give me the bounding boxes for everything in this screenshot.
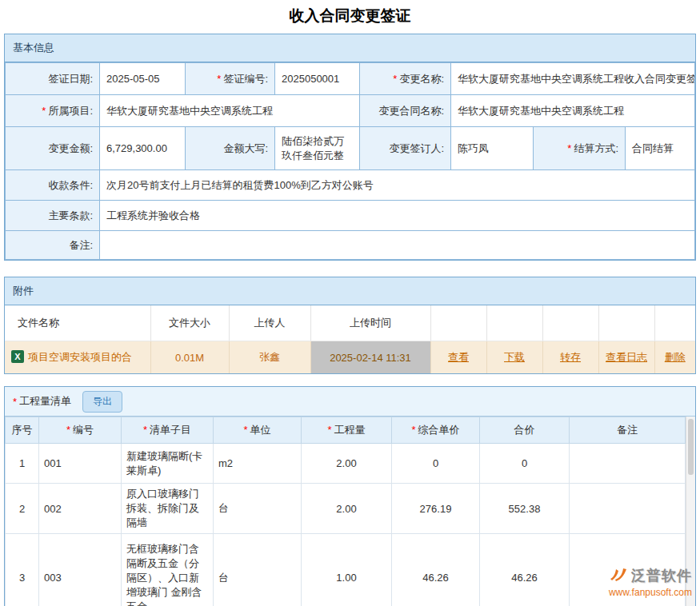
contract-name-label: 变更合同名称: [360, 95, 451, 127]
boq-table: 序号 *编号 *清单子目 *单位 *工程量 *综合单价 合价 备注 1 001 … [5, 417, 686, 606]
required-marker: * [217, 73, 221, 85]
delete-link[interactable]: 删除 [665, 351, 686, 363]
no-column-header: 序号 [6, 417, 39, 444]
signer-value: 陈巧凤 [451, 127, 534, 170]
sign-date-label: 签证日期: [6, 63, 100, 95]
qty-cell: 2.00 [302, 484, 392, 534]
upload-time-cell: 2025-02-14 11:31 [310, 341, 430, 374]
row-no-cell: 2 [6, 484, 39, 534]
basic-info-table: 签证日期: 2025-05-05 *签证编号: 2025050001 *变更名称… [5, 62, 695, 260]
transfer-action-cell: 转存 [542, 341, 598, 374]
settlement-label: *结算方式: [534, 127, 626, 170]
row-no-cell: 3 [6, 534, 39, 606]
download-action-cell: 下载 [486, 341, 542, 374]
item-cell: 新建玻璃隔断(卡莱斯卓) [122, 444, 214, 484]
qty-column-header: *工程量 [302, 417, 392, 444]
view-log-action-cell: 查看日志 [598, 341, 654, 374]
change-name-value: 华软大厦研究基地中央空调系统工程收入合同变更签证 [451, 63, 695, 95]
sign-no-label: *签证编号: [186, 63, 275, 95]
sign-date-value: 2025-05-05 [100, 63, 186, 95]
required-marker: * [393, 73, 397, 85]
project-label: *所属项目: [6, 95, 100, 127]
table-row: 1 001 新建玻璃隔断(卡莱斯卓) m2 2.00 0 0 [6, 444, 686, 484]
required-marker: * [243, 424, 247, 436]
view-link[interactable]: 查看 [448, 351, 469, 363]
total-cell: 552.38 [480, 484, 570, 534]
file-name-link[interactable]: 项目空调安装项目的合 [28, 351, 132, 363]
view-action-cell: 查看 [430, 341, 486, 374]
remark-column-header: 备注 [570, 417, 686, 444]
total-cell: 0 [480, 444, 570, 484]
code-cell: 002 [39, 484, 122, 534]
boq-section: * 工程量清单 导出 序号 *编号 *清单子目 *单位 *工程量 *综合单价 合… [4, 386, 696, 606]
uploader-column-header: 上传人 [229, 305, 310, 341]
fanpu-logo-icon [609, 567, 628, 586]
contract-name-value: 华软大厦研究基地中央空调系统工程 [451, 95, 695, 127]
action-column-header [486, 305, 542, 341]
unit-cell: m2 [214, 444, 302, 484]
signer-label: 变更签订人: [360, 127, 451, 170]
scrollbar-thumb[interactable] [688, 419, 694, 475]
unit-cell: 台 [214, 484, 302, 534]
code-cell: 001 [39, 444, 122, 484]
transfer-link[interactable]: 转存 [560, 351, 581, 363]
price-cell: 0 [392, 444, 480, 484]
excel-icon: X [11, 350, 24, 365]
item-cell: 无框玻璃移门含隔断及五金（分隔区）、入口新增玻璃门 金刚含五金 [122, 534, 214, 606]
required-marker: * [411, 424, 415, 436]
export-button[interactable]: 导出 [82, 391, 122, 413]
amount-label: 变更金额: [6, 127, 100, 170]
boq-title: 工程量清单 [19, 394, 71, 409]
brand-url: www.fanpusoft.com [609, 588, 692, 598]
payment-terms-value: 次月20号前支付上月已结算的租赁费100%到乙方对公账号 [100, 170, 695, 201]
basic-info-header: 基本信息 [5, 34, 695, 62]
required-marker: * [327, 424, 331, 436]
required-marker: * [66, 424, 70, 436]
payment-terms-label: 收款条件: [6, 170, 100, 201]
file-size-cell: 0.01M [150, 341, 229, 374]
code-cell: 003 [39, 534, 122, 606]
action-column-header [654, 305, 695, 341]
uploader-cell: 张鑫 [229, 341, 310, 374]
attachments-header: 附件 [5, 277, 695, 305]
file-name-column-header: 文件名称 [5, 305, 150, 341]
attachments-table: 文件名称 文件大小 上传人 上传时间 X项目空调安装项目的合 0.01M 张鑫 … [5, 305, 695, 373]
watermark: 泛普软件 www.fanpusoft.com [609, 567, 692, 598]
row-no-cell: 1 [6, 444, 39, 484]
remark-cell [570, 444, 686, 484]
item-cell: 原入口玻璃移门拆装、拆除门及隔墙 [122, 484, 214, 534]
remark-label: 备注: [6, 231, 100, 260]
required-marker: * [143, 424, 147, 436]
amount-words-value: 陆佰柒拾贰万玖仟叁佰元整 [275, 127, 360, 170]
upload-time-column-header: 上传时间 [310, 305, 430, 341]
unit-cell: 台 [214, 534, 302, 606]
basic-info-section: 基本信息 签证日期: 2025-05-05 *签证编号: 2025050001 … [4, 34, 696, 261]
change-name-label: *变更名称: [360, 63, 451, 95]
required-marker: * [13, 396, 17, 408]
view-log-link[interactable]: 查看日志 [606, 351, 647, 363]
download-link[interactable]: 下载 [504, 351, 525, 363]
code-column-header: *编号 [39, 417, 122, 444]
settlement-value: 合同结算 [626, 127, 695, 170]
sign-no-value: 2025050001 [275, 63, 360, 95]
total-cell: 46.26 [480, 534, 570, 606]
delete-action-cell: 删除 [654, 341, 695, 374]
amount-value: 6,729,300.00 [100, 127, 186, 170]
price-column-header: *综合单价 [392, 417, 480, 444]
action-column-header [598, 305, 654, 341]
price-cell: 276.19 [392, 484, 480, 534]
project-value: 华软大厦研究基地中央空调系统工程 [100, 95, 360, 127]
price-cell: 46.26 [392, 534, 480, 606]
attachments-section: 附件 文件名称 文件大小 上传人 上传时间 X项目空调安装项目的合 [4, 277, 696, 374]
item-column-header: *清单子目 [122, 417, 214, 444]
main-terms-label: 主要条款: [6, 201, 100, 231]
table-row: 3 003 无框玻璃移门含隔断及五金（分隔区）、入口新增玻璃门 金刚含五金 台 … [6, 534, 686, 606]
boq-header-bar: * 工程量清单 导出 [5, 387, 695, 417]
amount-words-label: 金额大写: [186, 127, 275, 170]
file-size-column-header: 文件大小 [150, 305, 229, 341]
action-column-header [542, 305, 598, 341]
page-title: 收入合同变更签证 [0, 0, 700, 34]
remark-value [100, 231, 695, 260]
remark-cell [570, 484, 686, 534]
svg-text:X: X [14, 352, 21, 361]
